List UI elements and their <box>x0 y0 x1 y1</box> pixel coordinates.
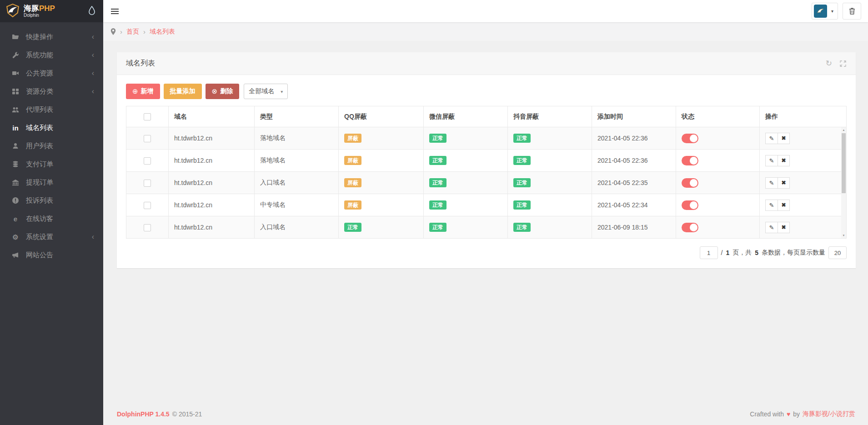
footer-brand-link[interactable]: DolphinPHP 1.4.5 <box>117 410 170 418</box>
edit-button[interactable]: ✎ <box>765 177 778 189</box>
brand: 海豚PHP Dolphin <box>24 5 55 18</box>
qq-status-badge: 屏蔽 <box>344 178 361 187</box>
sidebar-item-withdraw-orders[interactable]: 提现订单 <box>0 173 103 191</box>
cell-add-time: 2021-06-09 18:15 <box>592 216 676 239</box>
col-header-wechat-block: 微信屏蔽 <box>424 106 508 127</box>
clear-cache-button[interactable] <box>843 3 861 20</box>
sidebar-item-public-resources[interactable]: 公共资源 ‹ <box>0 64 103 82</box>
breadcrumb-current-link[interactable]: 域名列表 <box>150 28 175 36</box>
table-scrollbar[interactable]: ▲ ▼ <box>841 127 846 238</box>
refresh-icon[interactable]: ↻ <box>826 60 832 67</box>
sidebar-item-system-settings[interactable]: ⚙ 系统设置 ‹ <box>0 228 103 246</box>
edge-browser-icon: e <box>11 215 20 222</box>
delete-button[interactable]: ⊗ 删除 <box>206 84 240 99</box>
select-all-checkbox[interactable] <box>144 113 151 120</box>
edit-button[interactable]: ✎ <box>765 200 778 211</box>
content: 域名列表 ↻ ⊕ 新增 批量添加 <box>103 41 868 406</box>
status-toggle[interactable] <box>682 223 698 232</box>
sidebar-item-label: 域名列表 <box>26 124 53 132</box>
breadcrumb: › 首页 › 域名列表 <box>103 22 868 41</box>
fullscreen-icon[interactable] <box>839 60 847 67</box>
chevron-left-icon: ‹ <box>92 70 94 77</box>
douyin-status-badge: 正常 <box>513 223 531 232</box>
wechat-status-badge: 正常 <box>429 134 447 143</box>
row-checkbox[interactable] <box>144 224 151 231</box>
menu-toggle-button[interactable] <box>111 5 125 18</box>
row-delete-button[interactable]: ✖ <box>778 222 790 233</box>
cell-type: 中专域名 <box>255 194 339 216</box>
row-checkbox[interactable] <box>144 157 151 165</box>
page-title: 域名列表 <box>126 59 155 68</box>
sidebar-item-complaint-list[interactable]: 投诉列表 <box>0 191 103 210</box>
row-delete-button[interactable]: ✖ <box>778 200 790 211</box>
breadcrumb-separator: › <box>120 28 122 35</box>
edit-button[interactable]: ✎ <box>765 133 778 144</box>
sidebar-item-label: 系统功能 <box>26 51 53 60</box>
sidebar-item-online-visitors[interactable]: e 在线访客 <box>0 210 103 228</box>
megaphone-icon <box>11 251 20 259</box>
x-icon: ✖ <box>781 157 786 164</box>
sidebar-item-label: 快捷操作 <box>26 33 53 41</box>
row-delete-button[interactable]: ✖ <box>778 155 790 166</box>
footer-site-links[interactable]: 海豚影视/小说打赏 <box>803 410 855 418</box>
exclamation-circle-icon <box>11 197 20 204</box>
sidebar-item-quick-actions[interactable]: 快捷操作 ‹ <box>0 28 103 46</box>
batch-add-button[interactable]: 批量添加 <box>164 84 202 99</box>
row-checkbox[interactable] <box>144 180 151 187</box>
sidebar-item-payment-orders[interactable]: 支付订单 <box>0 155 103 173</box>
row-delete-button[interactable]: ✖ <box>778 177 790 189</box>
topbar: ▾ <box>103 0 868 22</box>
sidebar-item-label: 网站公告 <box>26 251 53 260</box>
total-records: 5 <box>755 249 758 256</box>
row-checkbox[interactable] <box>144 202 151 209</box>
edit-button[interactable]: ✎ <box>765 222 778 233</box>
chevron-left-icon: ‹ <box>92 88 94 95</box>
row-checkbox[interactable] <box>144 135 151 142</box>
cell-type: 落地域名 <box>255 150 339 172</box>
user-menu-button[interactable]: ▾ <box>812 3 838 20</box>
status-toggle[interactable] <box>682 134 698 143</box>
domain-filter-select[interactable]: 全部域名 ▾ <box>244 84 288 99</box>
sidebar-item-domain-list[interactable]: in 域名列表 <box>0 119 103 137</box>
status-toggle[interactable] <box>682 200 698 210</box>
sidebar-item-system-functions[interactable]: 系统功能 ‹ <box>0 46 103 64</box>
wechat-status-badge: 正常 <box>429 223 447 232</box>
scroll-down-icon[interactable]: ▼ <box>841 233 846 238</box>
col-header-qq-block: QQ屏蔽 <box>339 106 424 127</box>
col-header-status: 状态 <box>676 106 760 127</box>
row-delete-button[interactable]: ✖ <box>778 133 790 144</box>
sidebar-item-label: 系统设置 <box>26 233 53 241</box>
douyin-status-badge: 正常 <box>513 134 531 143</box>
add-button[interactable]: ⊕ 新增 <box>126 84 160 99</box>
scroll-up-icon[interactable]: ▲ <box>841 127 846 133</box>
sidebar-item-label: 提现订单 <box>26 178 53 187</box>
status-toggle[interactable] <box>682 178 698 188</box>
page-number-input[interactable] <box>700 246 718 259</box>
brand-subtitle: Dolphin <box>24 13 55 18</box>
table-header-row: 域名 类型 QQ屏蔽 微信屏蔽 抖音屏蔽 添加时间 状态 操作 <box>126 106 847 127</box>
douyin-status-badge: 正常 <box>513 200 531 210</box>
qq-status-badge: 屏蔽 <box>344 156 361 165</box>
sidebar-item-label: 代理列表 <box>26 105 53 114</box>
x-icon: ✖ <box>781 202 786 208</box>
breadcrumb-home-link[interactable]: 首页 <box>126 28 139 36</box>
footer-crafted-text: Crafted with <box>750 410 784 418</box>
domain-table-wrap: 域名 类型 QQ屏蔽 微信屏蔽 抖音屏蔽 添加时间 状态 操作 <box>126 106 847 239</box>
chevron-left-icon: ‹ <box>92 51 94 59</box>
edit-button[interactable]: ✎ <box>765 155 778 166</box>
map-marker-icon <box>110 28 116 35</box>
sidebar-item-user-list[interactable]: 用户列表 <box>0 137 103 155</box>
cell-type: 入口域名 <box>255 216 339 239</box>
scrollbar-thumb[interactable] <box>842 133 846 193</box>
col-header-add-time: 添加时间 <box>592 106 676 127</box>
x-icon: ✖ <box>781 180 786 186</box>
caret-down-icon: ▾ <box>831 9 833 14</box>
per-page-input[interactable] <box>828 246 847 259</box>
gear-icon: ⚙ <box>11 234 20 240</box>
status-toggle[interactable] <box>682 156 698 165</box>
table-row: ht.tdwrb12.cn 落地域名 屏蔽 正常 正常 2021-04-05 2… <box>126 127 847 150</box>
sidebar-item-resource-categories[interactable]: 资源分类 ‹ <box>0 82 103 100</box>
sidebar-item-label: 资源分类 <box>26 87 53 96</box>
sidebar-item-site-announcement[interactable]: 网站公告 <box>0 246 103 264</box>
sidebar-item-agent-list[interactable]: 代理列表 <box>0 100 103 119</box>
